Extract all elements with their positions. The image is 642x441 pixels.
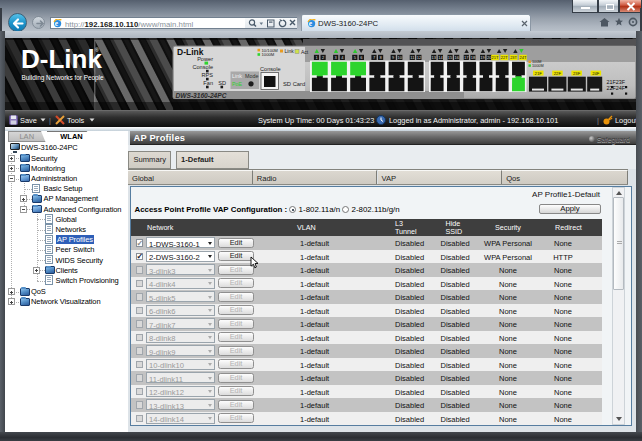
svg-text:Console: Console <box>192 64 213 70</box>
svg-text:22F24F: 22F24F <box>607 85 626 91</box>
svg-text:10: 10 <box>398 55 403 60</box>
svg-text:17: 17 <box>464 55 469 60</box>
svg-text:D-Link: D-Link <box>21 44 102 74</box>
svg-text:Mode: Mode <box>245 73 259 79</box>
svg-text:®: ® <box>95 47 99 53</box>
svg-text:21F: 21F <box>535 71 543 76</box>
svg-text:1000M: 1000M <box>532 64 544 68</box>
svg-text:SD: SD <box>218 80 226 86</box>
svg-text:12: 12 <box>417 55 422 60</box>
svg-text:21T: 21T <box>492 55 499 60</box>
svg-text:23F: 23F <box>573 71 581 76</box>
svg-text:16: 16 <box>454 55 459 60</box>
svg-text:Console: Console <box>260 66 281 72</box>
svg-text:RPS: RPS <box>201 72 213 78</box>
svg-text:Building Networks for People: Building Networks for People <box>22 74 105 82</box>
svg-text:DWS-3160-24PC: DWS-3160-24PC <box>176 92 227 99</box>
svg-text:Act: Act <box>301 49 309 55</box>
svg-text:22T: 22T <box>501 55 508 60</box>
svg-text:23T: 23T <box>510 55 517 60</box>
svg-text:24F: 24F <box>592 71 600 76</box>
svg-text:14: 14 <box>438 55 443 60</box>
svg-text:SD Card: SD Card <box>283 81 305 87</box>
svg-text:Power: Power <box>197 56 213 62</box>
svg-text:19: 19 <box>480 55 485 60</box>
svg-text:Link: Link <box>232 73 242 79</box>
svg-text:1000M: 1000M <box>262 52 275 57</box>
svg-text:13: 13 <box>432 55 437 60</box>
svg-text:22F: 22F <box>554 71 562 76</box>
svg-text:15: 15 <box>448 55 453 60</box>
svg-text:PoE: PoE <box>232 81 243 87</box>
svg-text:24T: 24T <box>519 55 526 60</box>
svg-text:18: 18 <box>471 55 476 60</box>
svg-text:21F23F: 21F23F <box>607 79 626 85</box>
svg-text:Link: Link <box>285 48 295 54</box>
svg-text:Fan: Fan <box>203 80 213 86</box>
